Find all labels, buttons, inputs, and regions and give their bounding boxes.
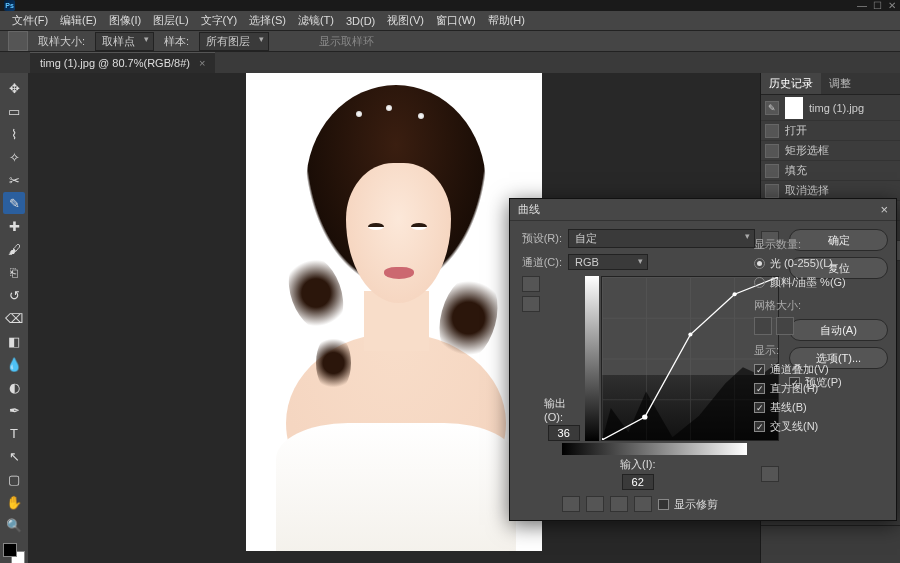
type-tool-icon[interactable]: T bbox=[3, 422, 25, 444]
channel-overlay-checkbox[interactable]: 通道叠加(V) bbox=[754, 362, 856, 377]
channel-dropdown[interactable]: RGB bbox=[568, 254, 648, 270]
output-label: 输出(O): bbox=[544, 396, 583, 423]
svg-point-0 bbox=[642, 414, 648, 419]
menu-select[interactable]: 选择(S) bbox=[243, 11, 292, 30]
blur-tool-icon[interactable]: 💧 bbox=[3, 353, 25, 375]
menu-edit[interactable]: 编辑(E) bbox=[54, 11, 103, 30]
close-window-button[interactable]: ✕ bbox=[888, 0, 896, 11]
eyedropper-tool-icon[interactable]: ✎ bbox=[3, 192, 25, 214]
display-options-group: 显示数量: 光 (0-255)(L) 颜料/油墨 %(G) 网格大小: 显示: … bbox=[750, 229, 860, 438]
input-gradient bbox=[562, 443, 747, 455]
grid-size-label: 网格大小: bbox=[754, 298, 856, 313]
marquee-tool-icon[interactable]: ▭ bbox=[3, 100, 25, 122]
document-tab[interactable]: timg (1).jpg @ 80.7%(RGB/8#) × bbox=[30, 52, 215, 73]
svg-point-2 bbox=[732, 292, 736, 296]
black-point-eyedropper-icon[interactable] bbox=[586, 496, 604, 512]
shape-tool-icon[interactable]: ▢ bbox=[3, 468, 25, 490]
zoom-tool-icon[interactable]: 🔍 bbox=[3, 514, 25, 536]
menu-filter[interactable]: 滤镜(T) bbox=[292, 11, 340, 30]
output-gradient bbox=[585, 276, 598, 441]
menu-window[interactable]: 窗口(W) bbox=[430, 11, 482, 30]
minimize-button[interactable]: — bbox=[857, 0, 867, 11]
crop-tool-icon[interactable]: ✂ bbox=[3, 169, 25, 191]
wand-tool-icon[interactable]: ✧ bbox=[3, 146, 25, 168]
options-bar: 取样大小: 取样点 样本: 所有图层 显示取样环 bbox=[0, 30, 900, 51]
dialog-title: 曲线 bbox=[518, 202, 540, 217]
menu-bar: 文件(F) 编辑(E) 图像(I) 图层(L) 文字(Y) 选择(S) 滤镜(T… bbox=[0, 11, 900, 30]
document-tab-label: timg (1).jpg @ 80.7%(RGB/8#) bbox=[40, 57, 190, 69]
tools-panel: ✥ ▭ ⌇ ✧ ✂ ✎ ✚ 🖌 ⎗ ↺ ⌫ ◧ 💧 ◐ ✒ T ↖ ▢ ✋ 🔍 bbox=[0, 73, 28, 563]
show-clipping-checkbox[interactable]: 显示修剪 bbox=[658, 497, 718, 512]
pigment-radio[interactable]: 颜料/油墨 %(G) bbox=[754, 275, 856, 290]
dodge-tool-icon[interactable]: ◐ bbox=[3, 376, 25, 398]
history-step[interactable]: 填充 bbox=[761, 161, 900, 181]
grid-4x4-icon[interactable] bbox=[754, 317, 772, 335]
document-tabs: timg (1).jpg @ 80.7%(RGB/8#) × bbox=[0, 51, 900, 73]
maximize-button[interactable]: ☐ bbox=[873, 0, 882, 11]
path-tool-icon[interactable]: ↖ bbox=[3, 445, 25, 467]
display-amount-label: 显示数量: bbox=[754, 237, 856, 252]
gradient-tool-icon[interactable]: ◧ bbox=[3, 330, 25, 352]
heal-tool-icon[interactable]: ✚ bbox=[3, 215, 25, 237]
brush-tool-icon[interactable]: 🖌 bbox=[3, 238, 25, 260]
history-step[interactable]: 矩形选框 bbox=[761, 141, 900, 161]
history-brush-icon[interactable]: ↺ bbox=[3, 284, 25, 306]
sample-size-label: 取样大小: bbox=[38, 34, 85, 49]
show-label: 显示: bbox=[754, 343, 856, 358]
hand-tool-icon[interactable]: ✋ bbox=[3, 491, 25, 513]
output-value[interactable]: 36 bbox=[548, 425, 580, 441]
target-adjust-icon[interactable] bbox=[562, 496, 580, 512]
white-point-eyedropper-icon[interactable] bbox=[634, 496, 652, 512]
channel-label: 通道(C): bbox=[518, 255, 562, 270]
input-value[interactable]: 62 bbox=[622, 474, 654, 490]
histogram-checkbox[interactable]: 直方图(H) bbox=[754, 381, 856, 396]
color-swatches[interactable] bbox=[3, 543, 25, 563]
light-radio[interactable]: 光 (0-255)(L) bbox=[754, 256, 856, 271]
bottom-panel-collapsed[interactable] bbox=[761, 525, 900, 563]
step-icon bbox=[765, 144, 779, 158]
move-tool-icon[interactable]: ✥ bbox=[3, 77, 25, 99]
close-tab-icon[interactable]: × bbox=[199, 57, 205, 69]
document-canvas[interactable] bbox=[246, 73, 542, 551]
brush-icon: ✎ bbox=[765, 101, 779, 115]
svg-point-1 bbox=[688, 333, 692, 337]
history-source-label: timg (1).jpg bbox=[809, 102, 864, 114]
step-icon bbox=[765, 184, 779, 198]
eraser-tool-icon[interactable]: ⌫ bbox=[3, 307, 25, 329]
tool-preset-icon[interactable] bbox=[8, 31, 28, 51]
preset-label: 预设(R): bbox=[518, 231, 562, 246]
history-source-row[interactable]: ✎ timg (1).jpg bbox=[761, 95, 900, 121]
dialog-titlebar[interactable]: 曲线 × bbox=[510, 199, 896, 221]
show-sampling-ring[interactable]: 显示取样环 bbox=[319, 34, 374, 49]
menu-3d[interactable]: 3D(D) bbox=[340, 13, 381, 29]
menu-file[interactable]: 文件(F) bbox=[6, 11, 54, 30]
sample-size-dropdown[interactable]: 取样点 bbox=[95, 32, 154, 51]
history-tab[interactable]: 历史记录 bbox=[761, 73, 821, 94]
grid-10x10-icon[interactable] bbox=[776, 317, 794, 335]
close-icon[interactable]: × bbox=[880, 202, 888, 217]
input-label: 输入(I): bbox=[620, 457, 655, 472]
menu-image[interactable]: 图像(I) bbox=[103, 11, 147, 30]
curves-dialog: 曲线 × 预设(R): 自定 通道(C): RGB 输出(O): bbox=[509, 198, 897, 521]
stamp-tool-icon[interactable]: ⎗ bbox=[3, 261, 25, 283]
menu-help[interactable]: 帮助(H) bbox=[482, 11, 531, 30]
intersection-checkbox[interactable]: 交叉线(N) bbox=[754, 419, 856, 434]
menu-type[interactable]: 文字(Y) bbox=[195, 11, 244, 30]
menu-view[interactable]: 视图(V) bbox=[381, 11, 430, 30]
step-icon bbox=[765, 124, 779, 138]
sample-dropdown[interactable]: 所有图层 bbox=[199, 32, 269, 51]
thumbnail-icon bbox=[785, 97, 803, 119]
lasso-tool-icon[interactable]: ⌇ bbox=[3, 123, 25, 145]
pen-tool-icon[interactable]: ✒ bbox=[3, 399, 25, 421]
history-step[interactable]: 打开 bbox=[761, 121, 900, 141]
menu-layer[interactable]: 图层(L) bbox=[147, 11, 194, 30]
foreground-color-swatch[interactable] bbox=[3, 543, 17, 557]
adjustments-tab[interactable]: 调整 bbox=[821, 73, 859, 94]
curve-draw-tool-icon[interactable] bbox=[522, 296, 540, 312]
slider-handle-icon[interactable] bbox=[761, 466, 779, 482]
preset-dropdown[interactable]: 自定 bbox=[568, 229, 755, 248]
curve-point-tool-icon[interactable] bbox=[522, 276, 540, 292]
gray-point-eyedropper-icon[interactable] bbox=[610, 496, 628, 512]
title-bar: Ps — ☐ ✕ bbox=[0, 0, 900, 11]
baseline-checkbox[interactable]: 基线(B) bbox=[754, 400, 856, 415]
